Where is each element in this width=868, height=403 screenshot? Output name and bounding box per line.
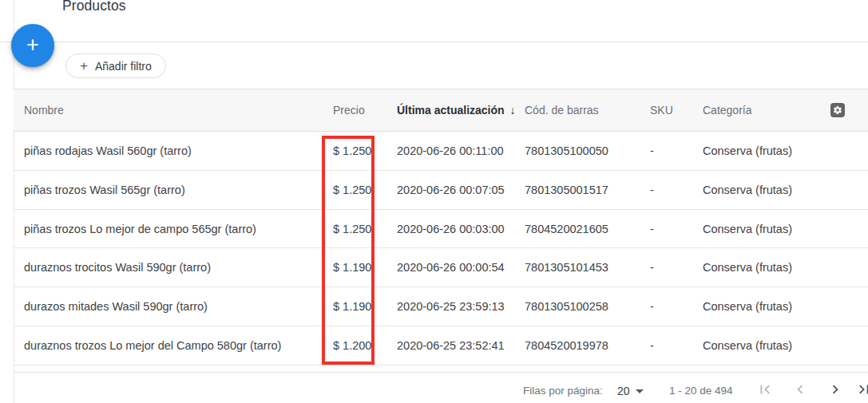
- cell-categoria: Conserva (frutas): [703, 184, 830, 196]
- cell-ultima-actualizacion: 2020-06-25 23:52:41: [397, 339, 525, 352]
- column-header-precio[interactable]: Precio: [333, 104, 397, 117]
- cell-nombre: piñas trozos Lo mejor de campo 565gr (ta…: [14, 223, 333, 235]
- cell-ultima-actualizacion: 2020-06-26 00:07:05: [397, 184, 525, 196]
- column-header-label: Última actualización: [397, 104, 505, 117]
- cell-nombre: duraznos trocitos Wasil 590gr (tarro): [14, 261, 333, 274]
- table-row[interactable]: duraznos trocitos Wasil 590gr (tarro) $ …: [14, 248, 868, 287]
- cell-nombre: piñas rodajas Wasil 560gr (tarro): [14, 144, 333, 157]
- table-row[interactable]: duraznos trozos Lo mejor del Campo 580gr…: [14, 326, 868, 365]
- table-row[interactable]: piñas trozos Wasil 565gr (tarro) $ 1.250…: [14, 171, 868, 210]
- cell-nombre: piñas trozos Wasil 565gr (tarro): [14, 184, 333, 196]
- cell-ultima-actualizacion: 2020-06-25 23:59:13: [397, 300, 525, 313]
- cell-sku: -: [650, 339, 703, 352]
- cell-cod-de-barras: 7801305101453: [525, 261, 650, 274]
- cell-categoria: Conserva (frutas): [703, 144, 830, 157]
- cell-sku: -: [650, 300, 703, 313]
- rows-per-page-select[interactable]: 20: [617, 382, 644, 400]
- cell-sku: -: [650, 144, 703, 157]
- cell-precio: $ 1.190: [333, 261, 397, 274]
- page-range-label: 1 - 20 de 494: [669, 385, 733, 397]
- column-header-categoria[interactable]: Categoría: [703, 104, 830, 117]
- plus-icon: +: [26, 34, 39, 56]
- cell-cod-de-barras: 7801305100258: [525, 300, 650, 313]
- plus-icon: +: [80, 59, 88, 73]
- cell-sku: -: [650, 223, 703, 235]
- cell-precio: $ 1.250: [333, 184, 397, 196]
- column-header-cod-de-barras[interactable]: Cód. de barras: [525, 104, 650, 117]
- cell-precio: $ 1.190: [333, 300, 397, 313]
- cell-sku: -: [650, 261, 703, 274]
- cell-precio: $ 1.200: [333, 339, 397, 352]
- cell-nombre: duraznos trozos Lo mejor del Campo 580gr…: [14, 339, 333, 352]
- column-header-ultima-actualizacion[interactable]: Última actualización↓: [397, 104, 525, 117]
- table-row[interactable]: piñas rodajas Wasil 560gr (tarro) $ 1.25…: [14, 132, 868, 171]
- first-page-button[interactable]: [755, 381, 775, 400]
- add-product-fab[interactable]: +: [11, 24, 54, 67]
- sort-desc-icon: ↓: [510, 104, 516, 117]
- cell-ultima-actualizacion: 2020-06-26 00:00:54: [397, 261, 525, 274]
- table-row[interactable]: piñas trozos Lo mejor de campo 565gr (ta…: [14, 210, 868, 249]
- next-page-button[interactable]: [826, 381, 845, 400]
- cell-cod-de-barras: 7801305100050: [525, 144, 650, 157]
- chevron-right-icon: [826, 381, 844, 398]
- cell-nombre: durazos mitades Wasil 590gr (tarro): [14, 300, 333, 313]
- cell-sku: -: [650, 184, 703, 196]
- cell-cod-de-barras: 7804520019978: [525, 339, 650, 352]
- cell-ultima-actualizacion: 2020-06-26 00:03:00: [397, 223, 525, 235]
- add-filter-label: Añadir filtro: [95, 60, 152, 73]
- chevron-left-icon: [791, 381, 809, 398]
- cell-cod-de-barras: 7801305001517: [525, 184, 650, 196]
- last-page-icon: [855, 381, 868, 398]
- footer-divider: [14, 372, 868, 373]
- cell-cod-de-barras: 7804520021605: [525, 223, 650, 235]
- table-header-row: Nombre Precio Última actualización↓ Cód.…: [14, 89, 868, 132]
- dropdown-arrow-icon: [636, 389, 644, 393]
- gear-icon: [833, 105, 842, 115]
- header-divider: [0, 41, 868, 42]
- cell-precio: $ 1.250: [333, 144, 397, 157]
- cell-precio: $ 1.250: [333, 223, 397, 235]
- last-page-button[interactable]: [854, 381, 868, 400]
- page-title: Productos: [62, 0, 126, 14]
- cell-categoria: Conserva (frutas): [703, 261, 830, 274]
- cell-ultima-actualizacion: 2020-06-26 00:11:00: [397, 144, 525, 157]
- products-page: Productos + + Añadir filtro Nombre Preci…: [0, 0, 868, 403]
- add-filter-button[interactable]: + Añadir filtro: [65, 53, 166, 78]
- table-row[interactable]: durazos mitades Wasil 590gr (tarro) $ 1.…: [14, 287, 868, 326]
- first-page-icon: [756, 381, 774, 398]
- column-header-sku[interactable]: SKU: [650, 104, 703, 117]
- rows-per-page-value: 20: [617, 385, 630, 397]
- column-header-nombre[interactable]: Nombre: [14, 104, 333, 117]
- column-settings-button[interactable]: [830, 103, 845, 117]
- cell-categoria: Conserva (frutas): [703, 223, 830, 235]
- rows-per-page-label: Filas por página:: [523, 385, 603, 397]
- cell-categoria: Conserva (frutas): [703, 339, 830, 352]
- cell-categoria: Conserva (frutas): [703, 300, 830, 313]
- previous-page-button[interactable]: [791, 381, 810, 400]
- products-table: Nombre Precio Última actualización↓ Cód.…: [14, 89, 868, 365]
